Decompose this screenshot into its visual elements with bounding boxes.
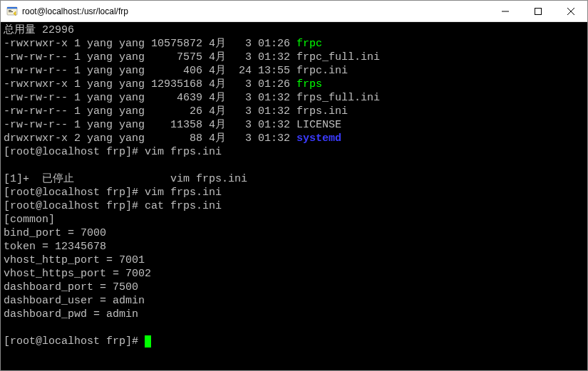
terminal-line: dashboard_port = 7500 — [4, 281, 584, 294]
terminal-window: root@localhost:/usr/local/frp 总用量 22996-… — [0, 0, 588, 371]
svg-rect-3 — [9, 11, 13, 12]
terminal-line: drwxrwxr-x 2 yang yang 88 4月 3 01:32 sys… — [4, 132, 584, 145]
terminal-line: [root@localhost frp]# — [4, 335, 584, 348]
terminal-line: [root@localhost frp]# vim frps.ini — [4, 145, 584, 159]
svg-rect-5 — [535, 8, 542, 14]
terminal-line: -rw-rw-r-- 1 yang yang 4639 4月 3 01:32 f… — [4, 91, 584, 105]
terminal-line: vhost_http_port = 7001 — [4, 254, 584, 267]
titlebar[interactable]: root@localhost:/usr/local/frp — [1, 1, 587, 22]
terminal-line: [root@localhost frp]# cat frps.ini — [4, 199, 584, 213]
terminal-line: [common] — [4, 213, 584, 226]
terminal-line: -rw-rw-r-- 1 yang yang 7575 4月 3 01:32 f… — [4, 51, 584, 64]
terminal-line: 总用量 22996 — [4, 23, 584, 37]
close-button[interactable] — [555, 1, 587, 21]
window-title: root@localhost:/usr/local/frp — [22, 6, 489, 16]
terminal-line — [4, 321, 584, 335]
cursor — [145, 335, 151, 348]
terminal-line: -rw-rw-r-- 1 yang yang 406 4月 24 13:55 f… — [4, 64, 584, 78]
minimize-button[interactable] — [489, 1, 522, 21]
terminal-line — [4, 159, 584, 172]
terminal-line: [1]+ 已停止 vim frps.ini — [4, 172, 584, 186]
terminal-line: -rw-rw-r-- 1 yang yang 26 4月 3 01:32 frp… — [4, 105, 584, 118]
terminal-line: -rwxrwxr-x 1 yang yang 12935168 4月 3 01:… — [4, 78, 584, 91]
svg-rect-1 — [7, 7, 17, 9]
terminal-line: vhost_https_port = 7002 — [4, 267, 584, 281]
terminal-body[interactable]: 总用量 22996-rwxrwxr-x 1 yang yang 10575872… — [1, 22, 587, 370]
terminal-line: token = 12345678 — [4, 240, 584, 254]
terminal-line: -rwxrwxr-x 1 yang yang 10575872 4月 3 01:… — [4, 37, 584, 51]
terminal-line: dashboard_user = admin — [4, 294, 584, 308]
terminal-line: -rw-rw-r-- 1 yang yang 11358 4月 3 01:32 … — [4, 118, 584, 132]
terminal-line: dashboard_pwd = admin — [4, 308, 584, 321]
app-icon — [6, 6, 18, 17]
window-controls — [489, 1, 587, 21]
terminal-line: bind_port = 7000 — [4, 226, 584, 240]
maximize-button[interactable] — [522, 1, 555, 21]
svg-rect-2 — [9, 10, 11, 11]
terminal-line: [root@localhost frp]# vim frps.ini — [4, 186, 584, 199]
